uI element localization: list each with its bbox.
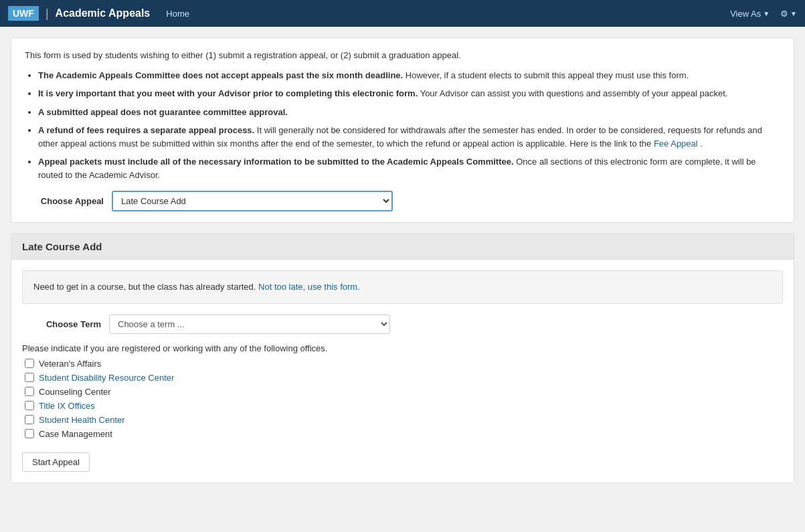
view-as-button[interactable]: View As ▼ [730,9,770,19]
header-right: View As ▼ ⚙ ▼ [730,9,797,19]
student-health-label[interactable]: Student Health Center [39,415,125,425]
bullet-2-rest: Your Advisor can assist you with questio… [420,88,728,98]
description-text-before: Need to get in a course, but the class h… [33,282,256,292]
fee-appeal-link[interactable]: Fee Appeal [654,139,698,149]
offices-intro-text: Please indicate if you are registered or… [22,343,783,353]
bullet-1-rest: However, if a student elects to submit t… [406,70,689,80]
settings-caret-icon: ▼ [790,10,797,17]
title-ix-label[interactable]: Title IX Offices [39,401,95,411]
bullet-1-bold: The Academic Appeals Committee does not … [38,70,403,80]
student-disability-link[interactable]: Student Disability Resource Center [39,373,174,383]
app-title: Academic Appeals [56,7,151,19]
choose-term-label: Choose Term [22,319,109,329]
title-ix-link[interactable]: Title IX Offices [39,401,95,411]
offices-section: Please indicate if you are registered or… [22,343,783,439]
counseling-center-checkbox[interactable] [25,387,34,396]
logo: UWF [8,6,39,21]
case-management-checkbox[interactable] [25,429,34,438]
bullet-2-bold: It is very important that you meet with … [38,88,418,98]
checkbox-student-disability: Student Disability Resource Center [25,373,783,383]
bullet-4-after: . [700,139,703,149]
bullet-5-bold: Appeal packets must include all of the n… [38,157,514,167]
intro-text: This form is used by students wishing to… [25,49,780,62]
description-link[interactable]: Not too late, use this form. [258,282,360,292]
header-divider: | [46,7,49,21]
bullet-4: A refund of fees requires a separate app… [38,124,780,150]
bullet-4-bold: A refund of fees requires a separate app… [38,125,254,135]
bullet-3: A submitted appeal does not guarantee co… [38,106,780,119]
description-box: Need to get in a course, but the class h… [22,270,783,304]
view-as-caret-icon: ▼ [763,10,770,17]
title-ix-checkbox[interactable] [25,401,34,410]
main-content: This form is used by students wishing to… [0,27,805,494]
checkbox-counseling-center: Counseling Center [25,387,783,397]
checkbox-title-ix: Title IX Offices [25,401,783,411]
choose-appeal-label: Choose Appeal [25,196,112,206]
checkbox-veterans-affairs: Veteran's Affairs [25,359,783,369]
section-title: Late Course Add [11,234,794,260]
gear-icon: ⚙ [780,9,788,19]
choose-term-row: Choose Term Choose a term ... [22,315,783,334]
choose-appeal-row: Choose Appeal Late Course Add Graduation… [25,191,780,211]
counseling-center-label[interactable]: Counseling Center [39,387,111,397]
header: UWF | Academic Appeals Home View As ▼ ⚙ … [0,0,805,27]
bullet-5: Appeal packets must include all of the n… [38,155,780,181]
checkbox-student-health: Student Health Center [25,415,783,425]
view-as-label: View As [730,9,761,19]
veterans-affairs-checkbox[interactable] [25,359,34,368]
student-disability-label[interactable]: Student Disability Resource Center [39,373,174,383]
checkbox-case-management: Case Management [25,429,783,439]
info-box: This form is used by students wishing to… [11,37,794,223]
bullet-3-bold: A submitted appeal does not guarantee co… [38,107,288,117]
start-appeal-button[interactable]: Start Appeal [22,452,90,472]
late-course-add-section: Late Course Add Need to get in a course,… [11,234,794,483]
student-health-link[interactable]: Student Health Center [39,415,125,425]
student-health-checkbox[interactable] [25,415,34,424]
choose-term-select[interactable]: Choose a term ... [109,315,390,334]
bullet-list: The Academic Appeals Committee does not … [38,69,780,182]
section-body: Need to get in a course, but the class h… [11,260,794,482]
veterans-affairs-label[interactable]: Veteran's Affairs [39,359,101,369]
bullet-2: It is very important that you meet with … [38,87,780,100]
settings-button[interactable]: ⚙ ▼ [780,9,797,19]
case-management-label[interactable]: Case Management [39,429,112,439]
choose-appeal-select[interactable]: Late Course Add Graduation Appeal Regist… [112,191,393,211]
nav-home[interactable]: Home [166,9,189,19]
bullet-1: The Academic Appeals Committee does not … [38,69,780,82]
student-disability-checkbox[interactable] [25,373,34,382]
